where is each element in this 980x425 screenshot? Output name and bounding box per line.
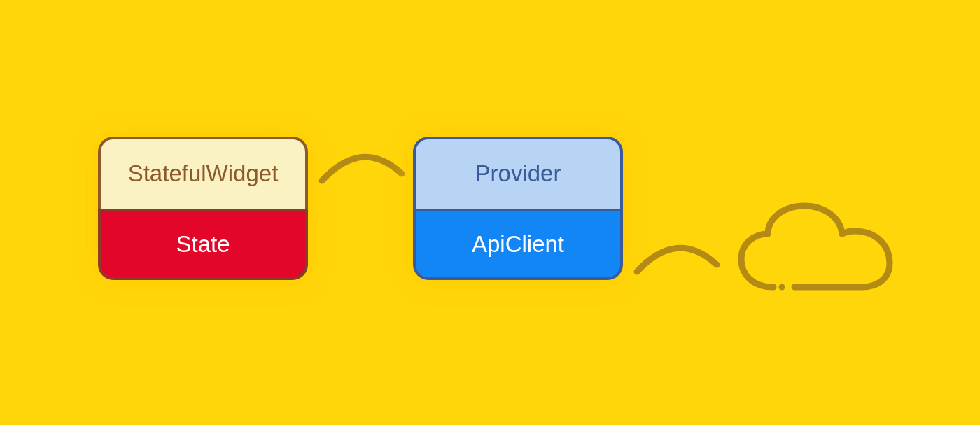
node-bottom-cell: State — [98, 209, 308, 281]
node-stateful-widget: StatefulWidget State — [98, 137, 308, 280]
node-bottom-label: State — [176, 231, 230, 258]
svg-point-0 — [779, 284, 785, 291]
node-top-cell: Provider — [413, 137, 623, 209]
node-top-label: Provider — [475, 160, 561, 187]
node-provider: Provider ApiClient — [413, 137, 623, 280]
node-top-label: StatefulWidget — [128, 160, 279, 187]
connector-arc-1 — [316, 146, 407, 188]
node-bottom-label: ApiClient — [472, 231, 564, 258]
cloud-icon — [732, 197, 899, 309]
connector-arc-2 — [631, 237, 722, 279]
node-top-cell: StatefulWidget — [98, 137, 308, 209]
node-bottom-cell: ApiClient — [413, 209, 623, 281]
